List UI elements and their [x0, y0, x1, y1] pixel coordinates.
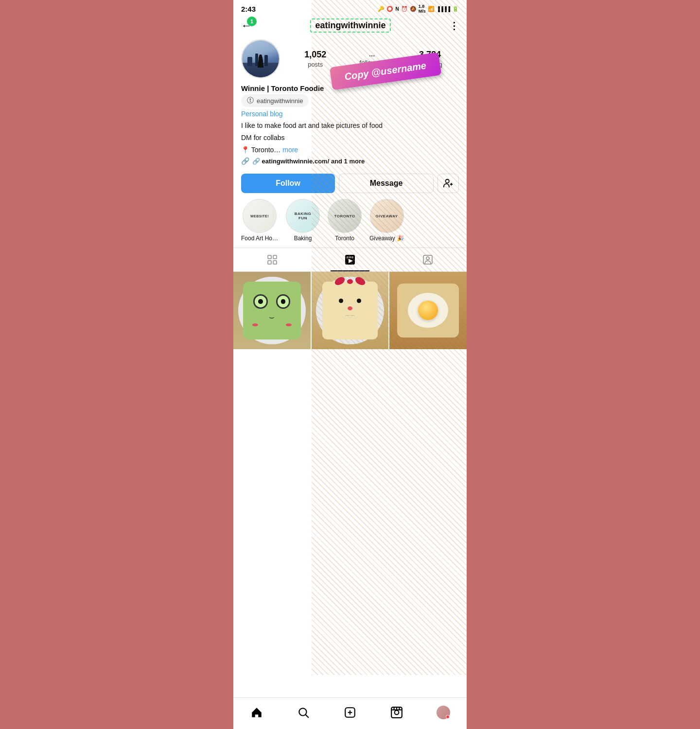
tab-grid[interactable] — [233, 248, 311, 271]
nav-create[interactable] — [339, 702, 361, 723]
nav-reels-icon — [390, 706, 403, 719]
home-icon — [250, 706, 263, 719]
highlight-item-1[interactable]: website! Food Art Ho… — [241, 199, 278, 242]
location-label: Toronto… — [251, 146, 283, 154]
post-cell-3[interactable] — [389, 272, 467, 349]
svg-line-15 — [306, 715, 309, 718]
svg-rect-6 — [273, 261, 277, 264]
more-link[interactable]: more — [282, 146, 298, 154]
nav-search[interactable] — [293, 702, 314, 723]
link-icon: 🔗 — [241, 157, 249, 165]
highlight-label-1: Food Art Ho… — [241, 235, 278, 242]
avatar-image — [242, 40, 279, 77]
nav-profile[interactable] — [433, 702, 454, 723]
location-emoji: 📍 — [241, 146, 249, 154]
highlight-inner-2: BAKINGFUN — [295, 212, 312, 220]
post-cell-1[interactable]: ⌣ — [233, 272, 311, 349]
nav-home[interactable] — [246, 702, 267, 723]
bottom-navigation — [233, 697, 467, 729]
notification-badge: 1 — [247, 17, 257, 26]
nav-reels[interactable] — [386, 702, 407, 723]
svg-rect-4 — [273, 255, 277, 259]
highlight-inner-1: website! — [248, 213, 271, 220]
threads-icon: ⓣ — [247, 96, 254, 105]
nav-avatar-dot — [446, 715, 450, 719]
threads-handle[interactable]: ⓣ eatingwithwinnie — [241, 94, 309, 107]
svg-rect-3 — [268, 255, 271, 259]
posts-grid: ⌣ — [233, 272, 467, 349]
threads-username: eatingwithwinnie — [257, 97, 303, 105]
phone-frame: 2:43 🔑 ⭕ N ⏰ 🔕 1.8M/s 📶 ▐▐▐▐ 🔋 ← 1 eatin… — [233, 0, 467, 729]
svg-point-14 — [299, 708, 306, 715]
grid-icon — [266, 254, 278, 266]
svg-rect-5 — [268, 261, 271, 264]
avatar — [241, 39, 280, 78]
search-icon — [297, 706, 310, 719]
status-time: 2:43 — [241, 5, 256, 13]
svg-point-20 — [395, 711, 399, 715]
nav-avatar — [437, 706, 450, 719]
highlight-circle-1: website! — [243, 199, 277, 233]
create-icon — [344, 706, 356, 719]
